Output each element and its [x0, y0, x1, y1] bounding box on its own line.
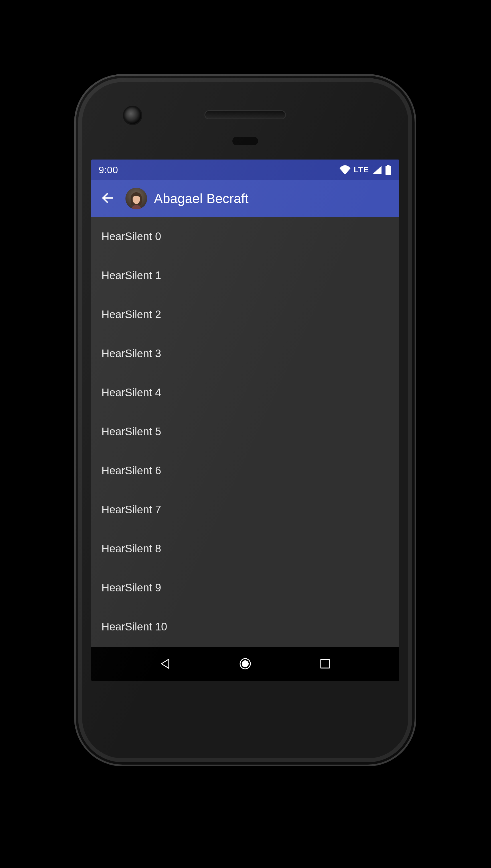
nav-home-button[interactable]	[232, 651, 258, 677]
triangle-back-icon	[159, 657, 172, 670]
list-item[interactable]: HearSilent 0	[91, 217, 399, 256]
svg-rect-7	[321, 659, 329, 668]
phone-proximity-sensor	[232, 137, 258, 145]
list-item-label: HearSilent 2	[102, 309, 161, 321]
nav-back-button[interactable]	[152, 651, 178, 677]
status-time: 9:00	[99, 164, 118, 176]
list-item[interactable]: HearSilent 5	[91, 412, 399, 451]
list-item[interactable]: HearSilent 4	[91, 373, 399, 412]
phone-screen: 9:00 LTE	[91, 159, 399, 681]
nav-recents-button[interactable]	[312, 651, 338, 677]
list-item[interactable]: HearSilent 9	[91, 568, 399, 607]
svg-rect-1	[385, 166, 391, 175]
status-bar: 9:00 LTE	[91, 159, 399, 180]
list-item[interactable]: HearSilent 8	[91, 529, 399, 568]
list-item-label: HearSilent 6	[102, 465, 161, 477]
svg-rect-0	[387, 165, 389, 166]
list-item[interactable]: HearSilent 3	[91, 334, 399, 373]
phone-side-button-volume	[416, 376, 416, 456]
list-item-label: HearSilent 10	[102, 621, 167, 633]
list-item-label: HearSilent 4	[102, 386, 161, 399]
list-item[interactable]: HearSilent 2	[91, 295, 399, 334]
list-item-label: HearSilent 1	[102, 270, 161, 282]
app-bar: Abagael Becraft	[91, 180, 399, 217]
list-item[interactable]: HearSilent 10	[91, 607, 399, 646]
circle-home-icon	[238, 657, 252, 671]
phone-front-camera	[124, 107, 141, 124]
list-item[interactable]: HearSilent 7	[91, 490, 399, 529]
list-item-label: HearSilent 0	[102, 230, 161, 243]
phone-frame: 9:00 LTE	[74, 74, 416, 766]
list-item-label: HearSilent 8	[102, 543, 161, 555]
stage: 9:00 LTE	[0, 0, 491, 868]
network-type-label: LTE	[353, 165, 369, 174]
avatar[interactable]	[125, 188, 147, 209]
app-bar-title: Abagael Becraft	[154, 191, 249, 206]
list-item-label: HearSilent 7	[102, 504, 161, 516]
list-item[interactable]: HearSilent 1	[91, 256, 399, 295]
arrow-back-icon	[100, 191, 115, 206]
system-nav-bar	[91, 647, 399, 681]
svg-point-6	[242, 660, 249, 667]
battery-icon	[385, 165, 392, 175]
status-icons: LTE	[339, 165, 392, 175]
list-item-label: HearSilent 5	[102, 426, 161, 438]
phone-earpiece	[205, 111, 285, 119]
cellular-signal-icon	[372, 165, 382, 174]
list-item-label: HearSilent 3	[102, 347, 161, 360]
wifi-icon	[339, 165, 351, 175]
list-item[interactable]: HearSilent 6	[91, 451, 399, 490]
content-list[interactable]: HearSilent 0HearSilent 1HearSilent 2Hear…	[91, 217, 399, 647]
square-recents-icon	[319, 658, 331, 670]
phone-side-button-power	[416, 296, 416, 339]
back-button[interactable]	[95, 186, 120, 211]
list-item-label: HearSilent 9	[102, 582, 161, 594]
